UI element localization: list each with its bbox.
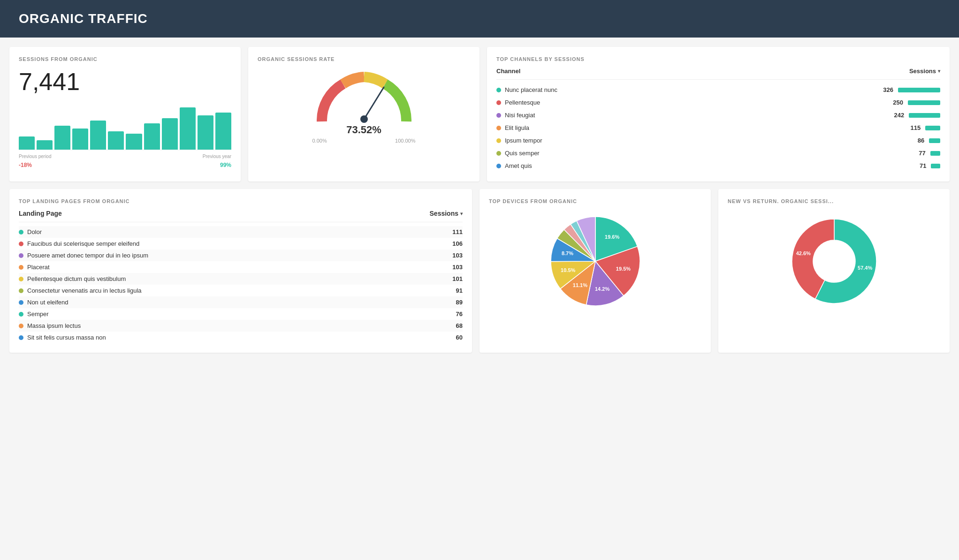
lp-value: 68 [456, 322, 463, 329]
lp-dot [19, 324, 23, 328]
lp-left: Posuere amet donec tempor dui in leo ips… [19, 252, 148, 259]
sort-arrow-icon: ▾ [938, 68, 940, 74]
channel-value: 86 [910, 137, 924, 144]
channel-mini-bar [929, 138, 940, 143]
svg-line-1 [364, 87, 384, 119]
channel-value: 326 [879, 86, 893, 93]
lp-name: Massa ipsum lectus [27, 322, 81, 329]
prev-period-label: Previous period [19, 154, 51, 159]
channel-row: Nunc placerat nunc 326 [496, 83, 940, 96]
bar [19, 136, 35, 150]
lp-row: Sit sit felis cursus massa non 60 [19, 332, 463, 343]
channel-mini-bar [908, 100, 940, 105]
channel-name: Elit ligula [505, 124, 529, 131]
lp-header: Landing Page Sessions ▾ [19, 210, 463, 222]
header: ORGANIC TRAFFIC [0, 0, 959, 38]
bar-labels: Previous period Previous year [19, 154, 231, 159]
lp-row: Placerat 103 [19, 261, 463, 273]
lp-left: Semper [19, 310, 49, 318]
lp-dot [19, 242, 23, 246]
lp-name: Non ut eleifend [27, 299, 68, 306]
organic-sessions-rate-card: ORGANIC SESSIONS RATE [248, 47, 480, 182]
prev-year-label: Previous year [203, 154, 231, 159]
channel-name: Amet quis [505, 162, 532, 169]
channel-left: Ipsum tempor [496, 137, 542, 144]
top-channels-header: Channel Sessions ▾ [496, 68, 940, 80]
sessions-from-organic-title: SESSIONS FROM ORGANIC [19, 56, 231, 62]
lp-row: Semper 76 [19, 308, 463, 320]
bar [108, 131, 124, 150]
channels-table: Nunc placerat nunc 326 Pellentesque 250 … [496, 83, 940, 172]
channel-right: 86 [910, 137, 940, 144]
channel-col-header: Channel [496, 68, 520, 75]
pie-label: 19.6% [605, 234, 619, 240]
channel-value: 77 [912, 150, 926, 157]
lp-name: Dolor [27, 228, 42, 235]
sessions-col-header[interactable]: Sessions ▾ [909, 68, 940, 75]
channel-value: 242 [890, 112, 904, 119]
lp-name: Pellentesque dictum quis vestibulum [27, 275, 126, 282]
lp-value: 111 [452, 228, 463, 235]
lp-sort-arrow-icon: ▾ [460, 211, 463, 216]
channel-right: 71 [912, 162, 940, 169]
devices-pie-svg: 19.6%19.5%14.2%11.1%10.5%8.7% [544, 210, 647, 313]
lp-dot [19, 277, 23, 281]
lp-name: Placerat [27, 264, 50, 271]
lp-left: Non ut eleifend [19, 299, 68, 306]
channel-left: Amet quis [496, 162, 532, 169]
lp-left: Dolor [19, 228, 42, 235]
lp-dot [19, 312, 23, 317]
channel-left: Elit ligula [496, 124, 529, 131]
bar [126, 134, 142, 150]
page-title: ORGANIC TRAFFIC [19, 11, 148, 26]
channel-row: Elit ligula 115 [496, 121, 940, 134]
lp-row: Massa ipsum lectus 68 [19, 320, 463, 332]
lp-left: Consectetur venenatis arcu in lectus lig… [19, 287, 142, 294]
channel-left: Nunc placerat nunc [496, 86, 557, 93]
channel-row: Ipsum tempor 86 [496, 134, 940, 147]
channel-dot [496, 151, 501, 156]
lp-value: 106 [452, 240, 463, 247]
pie-label: 57.4% [858, 265, 872, 271]
channel-left: Nisi feugiat [496, 112, 535, 119]
new-vs-return-card: NEW VS RETURN. ORGANIC SESSI... 57.4%42.… [718, 189, 950, 353]
channel-dot [496, 88, 501, 92]
channel-row: Pellentesque 250 [496, 96, 940, 109]
new-vs-return-svg: 57.4%42.6% [783, 210, 886, 313]
bar [37, 140, 53, 150]
channel-right: 326 [879, 86, 940, 93]
gauge-svg [312, 68, 416, 129]
channel-row: Nisi feugiat 242 [496, 109, 940, 121]
pie-label: 11.1% [572, 282, 587, 288]
lp-row: Non ut eleifend 89 [19, 296, 463, 308]
bar-changes: -18% 99% [19, 162, 231, 168]
lp-name: Consectetur venenatis arcu in lectus lig… [27, 287, 142, 294]
sessions-from-organic-card: SESSIONS FROM ORGANIC 7,441 Previous per… [9, 47, 241, 182]
bar [72, 129, 88, 150]
lp-row: Pellentesque dictum quis vestibulum 101 [19, 273, 463, 285]
channel-right: 242 [890, 112, 940, 119]
lp-row: Posuere amet donec tempor dui in leo ips… [19, 250, 463, 261]
pie-label: 8.7% [561, 250, 573, 256]
lp-dot [19, 265, 23, 270]
channel-value: 250 [889, 99, 903, 106]
lp-dot [19, 300, 23, 305]
lp-row: Consectetur venenatis arcu in lectus lig… [19, 285, 463, 296]
top-channels-title: TOP CHANNELS BY SESSIONS [496, 56, 940, 62]
lp-left: Sit sit felis cursus massa non [19, 334, 106, 341]
gauge-percent: 73.52% [346, 124, 381, 136]
lp-name: Faucibus dui scelerisque semper eleifend [27, 240, 139, 247]
channel-mini-bar [931, 164, 940, 168]
new-vs-return-title: NEW VS RETURN. ORGANIC SESSI... [728, 198, 940, 204]
lp-value: 101 [452, 275, 463, 282]
sessions-bar-chart [19, 103, 231, 150]
pie-label: 10.5% [561, 267, 575, 273]
lp-row: Faucibus dui scelerisque semper eleifend… [19, 238, 463, 250]
lp-sessions-header[interactable]: Sessions ▾ [430, 210, 463, 217]
channel-dot [496, 138, 501, 143]
lp-value: 103 [452, 252, 463, 259]
bar [180, 107, 196, 150]
lp-col1-header: Landing Page [19, 210, 62, 217]
lp-name: Sit sit felis cursus massa non [27, 334, 106, 341]
landing-pages-table: Dolor 111 Faucibus dui scelerisque sempe… [19, 226, 463, 343]
